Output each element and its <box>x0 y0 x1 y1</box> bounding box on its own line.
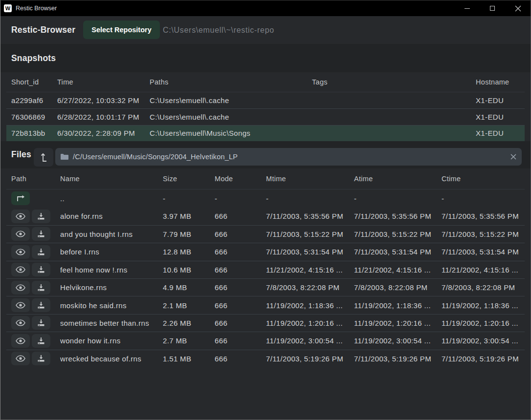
snapshot-time: 6/28/2022, 10:01:17 PM <box>57 113 150 121</box>
download-file-button[interactable] <box>32 245 50 259</box>
download-icon <box>37 284 45 292</box>
file-mode: 666 <box>215 301 266 310</box>
file-row[interactable]: Helvikone.rns 4.9 MB 666 7/8/2003, 8:22:… <box>6 278 525 296</box>
download-file-button[interactable] <box>32 298 50 312</box>
file-ctime: 11/21/2002, 4:15:16 ... <box>442 266 525 274</box>
col-paths: Paths <box>150 78 312 86</box>
file-mtime: 11/19/2002, 1:20:16 ... <box>266 319 354 327</box>
minimize-button[interactable] <box>454 0 480 16</box>
file-atime: 7/11/2003, 5:15:22 PM <box>354 230 442 238</box>
snapshot-paths: C:\Users\emuell\.cache <box>150 113 312 121</box>
window-controls <box>454 0 531 16</box>
file-ctime: 7/8/2003, 8:22:08 PM <box>442 283 525 292</box>
snapshot-paths: C:\Users\emuell\Music\Songs <box>150 129 312 137</box>
file-mtime: 7/11/2003, 5:19:26 PM <box>266 355 354 363</box>
file-size: 2.1 MB <box>163 301 215 310</box>
file-row[interactable]: moskito he said.rns 2.1 MB 666 11/19/200… <box>6 296 525 314</box>
download-icon <box>37 337 45 345</box>
parent-directory-row[interactable]: .. - - - - - <box>6 189 525 207</box>
snapshot-row[interactable]: 76306869 6/28/2022, 10:01:17 PM C:\Users… <box>6 108 525 125</box>
download-file-button[interactable] <box>32 352 50 365</box>
file-row[interactable]: and you thought I.rns 7.79 MB 666 7/11/2… <box>6 225 525 243</box>
file-mtime: 11/19/2002, 3:00:54 ... <box>266 336 354 345</box>
file-ctime: 11/19/2002, 3:00:54 ... <box>442 336 525 345</box>
file-atime: 7/8/2003, 8:22:08 PM <box>354 283 442 292</box>
files-table-header: Path Name Size Mode Mtime Atime Ctime <box>6 168 525 189</box>
file-ctime: 11/19/2002, 1:18:36 ... <box>442 301 525 310</box>
col-path: Path <box>11 175 60 183</box>
maximize-icon <box>490 6 495 11</box>
file-name: feel home now !.rns <box>60 266 163 274</box>
download-icon <box>37 248 45 256</box>
download-icon <box>37 319 45 327</box>
file-atime: 11/21/2002, 4:15:16 ... <box>354 266 442 274</box>
snapshots-table-header: Short_id Time Paths Tags Hostname <box>6 72 525 92</box>
file-size: 12.8 MB <box>163 248 215 256</box>
preview-file-button[interactable] <box>11 245 30 259</box>
file-mtime: - <box>266 194 354 203</box>
snapshots-band: Snapshots <box>0 44 531 72</box>
preview-file-button[interactable] <box>11 316 30 330</box>
maximize-button[interactable] <box>480 0 505 16</box>
minimize-icon <box>465 8 470 9</box>
download-file-button[interactable] <box>32 210 50 223</box>
download-icon <box>37 355 45 362</box>
toggle-tree-button[interactable] <box>34 148 53 167</box>
eye-icon <box>16 337 25 344</box>
file-atime: 7/11/2003, 5:31:54 PM <box>354 248 442 256</box>
preview-file-button[interactable] <box>11 210 30 223</box>
snapshot-short-id: a2299af6 <box>11 96 57 105</box>
file-ctime: 7/11/2003, 5:19:26 PM <box>442 355 525 363</box>
col-mtime: Mtime <box>266 175 354 183</box>
file-mode: 666 <box>215 319 266 327</box>
download-file-button[interactable] <box>32 316 50 330</box>
download-file-button[interactable] <box>32 334 50 348</box>
file-mode: 666 <box>215 355 266 363</box>
file-size: 2.26 MB <box>163 319 215 327</box>
file-mode: 666 <box>215 266 266 274</box>
preview-file-button[interactable] <box>11 352 30 365</box>
app-name: Restic-Browser <box>11 25 75 35</box>
snapshot-row[interactable]: 72b813bb 6/30/2022, 2:28:09 PM C:\Users\… <box>6 125 525 141</box>
file-ctime: - <box>442 194 525 203</box>
preview-file-button[interactable] <box>11 281 30 294</box>
repository-path: C:\Users\emuell\~\restic-repo <box>163 16 274 44</box>
download-file-button[interactable] <box>32 281 50 294</box>
file-name: and you thought I.rns <box>60 230 163 238</box>
file-size: 1.51 MB <box>163 355 215 363</box>
file-size: 2.7 MB <box>163 336 215 345</box>
snapshot-paths: C:\Users\emuell\.cache <box>150 96 312 105</box>
preview-file-button[interactable] <box>11 263 30 276</box>
file-row[interactable]: wonder how it.rns 2.7 MB 666 11/19/2002,… <box>6 332 525 349</box>
file-mode: 666 <box>215 336 266 345</box>
download-file-button[interactable] <box>32 263 50 276</box>
file-name: alone for.rns <box>60 212 163 220</box>
files-path-input[interactable]: /C/Users/emuell/Music/Songs/2004_Helveti… <box>55 148 522 166</box>
col-name: Name <box>60 175 163 183</box>
preview-file-button[interactable] <box>11 334 30 348</box>
close-button[interactable] <box>505 0 531 16</box>
snapshot-hostname: X1-EDU <box>476 96 525 105</box>
file-row[interactable]: before I.rns 12.8 MB 666 7/11/2003, 5:31… <box>6 243 525 260</box>
file-atime: 11/19/2002, 3:00:54 ... <box>354 336 442 345</box>
clear-path-button[interactable] <box>510 154 516 160</box>
file-row[interactable]: sometimes better than.rns 2.26 MB 666 11… <box>6 314 525 332</box>
file-size: 7.79 MB <box>163 230 215 238</box>
file-row[interactable]: feel home now !.rns 10.6 MB 666 11/21/20… <box>6 261 525 278</box>
snapshots-table: Short_id Time Paths Tags Hostname a2299a… <box>0 72 531 141</box>
go-up-button[interactable] <box>11 191 30 205</box>
col-hostname: Hostname <box>476 78 525 86</box>
file-row[interactable]: wrecked because of.rns 1.51 MB 666 7/11/… <box>6 350 525 367</box>
download-icon <box>37 266 45 273</box>
eye-icon <box>16 284 25 291</box>
select-repository-button[interactable]: Select Repository <box>83 21 160 39</box>
file-mode: 666 <box>215 248 266 256</box>
snapshot-row[interactable]: a2299af6 6/27/2022, 10:03:32 PM C:\Users… <box>6 92 525 108</box>
preview-file-button[interactable] <box>11 227 30 241</box>
tree-toggle-icon <box>39 151 48 163</box>
file-atime: 11/19/2002, 1:20:16 ... <box>354 319 442 327</box>
preview-file-button[interactable] <box>11 298 30 312</box>
file-ctime: 7/11/2003, 5:31:54 PM <box>442 248 525 256</box>
download-file-button[interactable] <box>32 227 50 241</box>
file-row[interactable]: alone for.rns 3.97 MB 666 7/11/2003, 5:3… <box>6 207 525 225</box>
